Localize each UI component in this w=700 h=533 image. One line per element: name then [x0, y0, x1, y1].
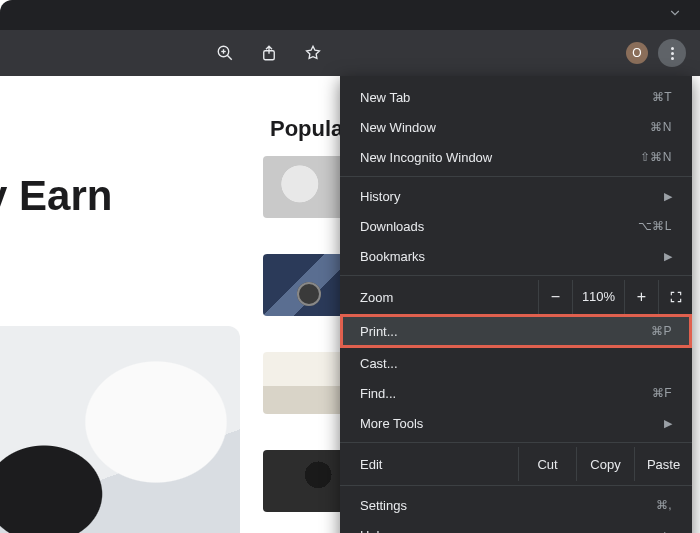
menu-shortcut: ⌘P: [651, 324, 672, 338]
menu-label: New Tab: [360, 90, 652, 105]
zoom-icon[interactable]: [214, 42, 236, 64]
hero-image: [0, 326, 240, 533]
menu-shortcut: ⇧⌘N: [640, 150, 672, 164]
menu-separator: [340, 485, 692, 486]
paste-button[interactable]: Paste: [634, 447, 692, 481]
menu-bookmarks[interactable]: Bookmarks ▶: [340, 241, 692, 271]
menu-button[interactable]: [658, 39, 686, 67]
zoom-out-button[interactable]: −: [538, 280, 572, 314]
fullscreen-button[interactable]: [658, 280, 692, 314]
menu-label: Print...: [360, 324, 651, 339]
menu-downloads[interactable]: Downloads ⌥⌘L: [340, 211, 692, 241]
sidebar-heading: Popula: [270, 116, 343, 142]
menu-shortcut: ⌘,: [656, 498, 672, 512]
chevron-right-icon: ▶: [664, 417, 672, 430]
toolbar: O: [0, 30, 700, 76]
kebab-icon: [671, 47, 674, 60]
browser-menu: New Tab ⌘T New Window ⌘N New Incognito W…: [340, 76, 692, 533]
chevron-right-icon: ▶: [664, 250, 672, 263]
page-headline: eally Earn: [0, 172, 112, 220]
menu-edit: Edit Cut Copy Paste: [340, 447, 692, 481]
menu-label: Find...: [360, 386, 652, 401]
menu-new-tab[interactable]: New Tab ⌘T: [340, 82, 692, 112]
menu-label: Downloads: [360, 219, 638, 234]
menu-label: Edit: [360, 457, 518, 472]
menu-shortcut: ⌘F: [652, 386, 672, 400]
menu-settings[interactable]: Settings ⌘,: [340, 490, 692, 520]
menu-label: History: [360, 189, 664, 204]
cut-button[interactable]: Cut: [518, 447, 576, 481]
menu-label: Settings: [360, 498, 656, 513]
menu-new-incognito[interactable]: New Incognito Window ⇧⌘N: [340, 142, 692, 172]
zoom-value: 110%: [572, 280, 624, 314]
chrome-titlebar: [0, 0, 700, 30]
copy-button[interactable]: Copy: [576, 447, 634, 481]
menu-shortcut: ⌘N: [650, 120, 672, 134]
menu-label: More Tools: [360, 416, 664, 431]
menu-label: New Window: [360, 120, 650, 135]
profile-avatar[interactable]: O: [626, 42, 648, 64]
chevron-right-icon: ▶: [664, 529, 672, 534]
zoom-in-button[interactable]: +: [624, 280, 658, 314]
chevron-down-icon[interactable]: [668, 6, 682, 24]
menu-separator: [340, 176, 692, 177]
menu-separator: [340, 442, 692, 443]
menu-help[interactable]: Help ▶: [340, 520, 692, 533]
menu-more-tools[interactable]: More Tools ▶: [340, 408, 692, 438]
menu-label: Help: [360, 528, 664, 534]
menu-find[interactable]: Find... ⌘F: [340, 378, 692, 408]
menu-new-window[interactable]: New Window ⌘N: [340, 112, 692, 142]
menu-history[interactable]: History ▶: [340, 181, 692, 211]
menu-cast[interactable]: Cast...: [340, 348, 692, 378]
menu-label: Bookmarks: [360, 249, 664, 264]
svg-line-1: [227, 55, 232, 60]
menu-shortcut: ⌥⌘L: [638, 219, 672, 233]
menu-zoom: Zoom − 110% +: [340, 280, 692, 314]
menu-print[interactable]: Print... ⌘P: [340, 314, 692, 348]
menu-label: Cast...: [360, 356, 672, 371]
menu-separator: [340, 275, 692, 276]
menu-label: Zoom: [360, 290, 538, 305]
chevron-right-icon: ▶: [664, 190, 672, 203]
menu-shortcut: ⌘T: [652, 90, 672, 104]
share-icon[interactable]: [258, 42, 280, 64]
avatar-letter: O: [632, 46, 641, 60]
menu-label: New Incognito Window: [360, 150, 640, 165]
bookmark-star-icon[interactable]: [302, 42, 324, 64]
